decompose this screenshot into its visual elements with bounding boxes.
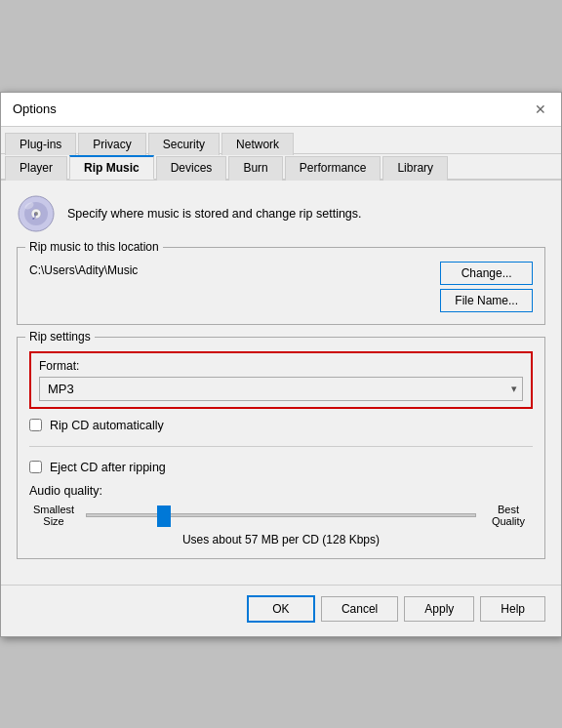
rip-cd-row: Rip CD automatically: [29, 419, 533, 432]
eject-cd-label: Eject CD after ripping: [50, 461, 166, 474]
tabs-row2: Player Rip Music Devices Burn Performanc…: [1, 154, 561, 181]
options-dialog: Options ✕ Plug-ins Privacy Security Netw…: [0, 92, 562, 637]
divider1: [29, 446, 533, 447]
cd-icon: ♪: [17, 194, 56, 233]
eject-cd-row: Eject CD after ripping: [29, 461, 533, 474]
music-path: C:\Users\Adity\Music: [29, 263, 428, 277]
rip-cd-checkbox[interactable]: [29, 419, 42, 431]
svg-text:♪: ♪: [31, 209, 37, 222]
tab-rip-music[interactable]: Rip Music: [69, 155, 154, 180]
tab-devices[interactable]: Devices: [156, 156, 227, 181]
header-row: ♪ Specify where music is stored and chan…: [17, 194, 545, 233]
rip-settings-group: Rip settings Format: MP3 Windows Media A…: [17, 337, 545, 559]
change-button[interactable]: Change...: [440, 262, 533, 285]
bottom-buttons: OK Cancel Apply Help: [1, 585, 561, 636]
slider-min-label: Smallest Size: [29, 504, 78, 527]
eject-cd-checkbox[interactable]: [29, 461, 42, 473]
header-description: Specify where music is stored and change…: [67, 207, 362, 221]
tab-performance[interactable]: Performance: [285, 156, 381, 181]
slider-thumb[interactable]: [157, 506, 171, 527]
apply-button[interactable]: Apply: [404, 596, 474, 622]
location-row: C:\Users\Adity\Music Change... File Name…: [29, 262, 533, 312]
tab-network[interactable]: Network: [221, 133, 294, 155]
tabs-row1: Plug-ins Privacy Security Network: [1, 127, 561, 154]
rip-location-group: Rip music to this location C:\Users\Adit…: [17, 247, 545, 325]
format-label: Format:: [39, 359, 523, 373]
tab-burn[interactable]: Burn: [228, 156, 282, 181]
slider-row: Smallest Size Best Quality: [29, 504, 533, 527]
slider-track: [86, 513, 476, 517]
cancel-button[interactable]: Cancel: [321, 596, 398, 622]
tab-player[interactable]: Player: [5, 156, 67, 181]
ok-button[interactable]: OK: [247, 595, 315, 623]
tab-privacy[interactable]: Privacy: [78, 133, 145, 155]
main-content: ♪ Specify where music is stored and chan…: [1, 181, 561, 585]
tab-plugins[interactable]: Plug-ins: [5, 133, 76, 155]
help-button[interactable]: Help: [480, 596, 545, 622]
rip-cd-label: Rip CD automatically: [50, 419, 164, 432]
rip-settings-label: Rip settings: [25, 330, 95, 344]
format-select-wrapper: MP3 Windows Media Audio Windows Media Au…: [39, 377, 523, 401]
location-buttons: Change... File Name...: [440, 262, 533, 312]
tab-security[interactable]: Security: [148, 133, 220, 155]
audio-quality-label: Audio quality:: [29, 484, 533, 498]
file-name-button[interactable]: File Name...: [440, 289, 533, 312]
slider-info: Uses about 57 MB per CD (128 Kbps): [29, 533, 533, 546]
format-select[interactable]: MP3 Windows Media Audio Windows Media Au…: [39, 377, 523, 401]
tab-library[interactable]: Library: [382, 156, 448, 181]
audio-quality-section: Audio quality: Smallest Size Best Qualit…: [29, 484, 533, 546]
close-button[interactable]: ✕: [532, 101, 549, 118]
audio-quality-slider-container: [86, 513, 476, 517]
format-highlighted-section: Format: MP3 Windows Media Audio Windows …: [29, 351, 533, 409]
dialog-title: Options: [13, 101, 57, 116]
rip-location-label: Rip music to this location: [25, 240, 163, 254]
title-bar: Options ✕: [1, 93, 561, 127]
slider-max-label: Best Quality: [484, 504, 533, 527]
